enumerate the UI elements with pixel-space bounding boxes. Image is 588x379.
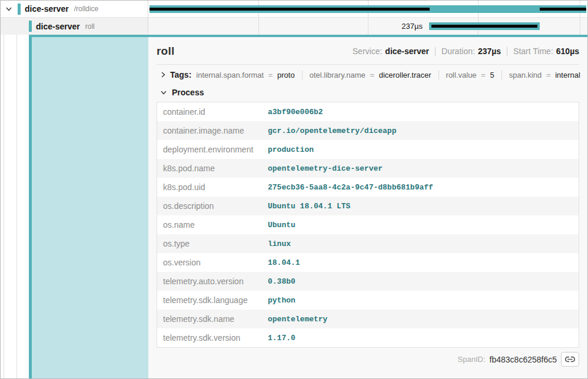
info-divider [435,47,436,56]
tag-key: otel.library.name [310,71,366,79]
selected-span-highlight [32,35,148,378]
span-row-roll-selected[interactable]: dice-server roll 237µs [1,18,587,35]
process-value: 18.04.1 [262,253,579,272]
tag-item[interactable]: span.kind = internal [501,71,587,79]
table-row: os.type linux [157,234,579,253]
process-key: k8s.pod.name [157,159,262,178]
service-value: dice-server [385,46,429,56]
indent-guide [16,35,17,378]
main-area: roll Service: dice-server Duration: 237µ… [1,35,587,378]
span-name-cell-roll[interactable]: dice-server roll [1,18,148,35]
span-operation-name: roll [85,22,95,31]
tag-item[interactable]: roll.value = 5 [438,71,501,79]
tag-value: proto [277,71,295,79]
collapse-chevron-icon[interactable] [5,6,12,12]
table-row: deployment.environment production [157,140,579,159]
process-value: 1.17.0 [262,328,579,347]
process-key: container.image.name [157,121,262,140]
span-duration-bar[interactable] [429,22,540,30]
span-timeline-roll[interactable]: 237µs [148,18,587,35]
process-key: telemetry.sdk.name [157,310,262,328]
span-service-name: dice-server [25,4,69,14]
start-time-value: 610µs [556,46,579,56]
tag-item[interactable]: internal.span.format = proto [195,71,301,79]
table-row: os.name Ubuntu [157,215,579,234]
tag-item[interactable]: otel.library.name = diceroller.tracer [302,71,438,79]
table-row: container.id a3bf90e006b2 [157,102,579,121]
process-key: k8s.pod.uid [157,178,262,197]
tag-equals-sign: = [546,71,551,79]
process-key: telemetry.sdk.version [157,328,262,347]
tag-equals-sign: = [481,71,486,79]
span-row-rolldice[interactable]: dice-server /rolldice [1,1,587,18]
tag-key: span.kind [509,71,542,79]
process-key: os.description [157,197,262,215]
service-label: Service: [353,46,383,56]
process-key: os.name [157,215,262,234]
table-row: telemetry.sdk.name opentelemetry [157,310,579,328]
process-key: os.version [157,253,262,272]
table-row: k8s.pod.uid 275ecb36-5aa8-4c2a-9c47-d8bb… [157,178,579,197]
indent-guide [4,35,4,378]
process-key: telemetry.sdk.language [157,291,262,310]
span-detail-footer: SpanID: fb483c8c6258f6c5 [157,348,579,372]
tag-key: internal.span.format [196,71,264,79]
chevron-right-icon[interactable] [160,71,166,78]
span-summary-info: Service: dice-server Duration: 237µs Sta… [353,46,579,56]
process-section-toggle[interactable]: Process [157,84,579,102]
process-value: 0.38b0 [262,272,579,291]
process-value: Ubuntu 18.04.1 LTS [262,197,579,215]
span-detail-panel: roll Service: dice-server Duration: 237µ… [148,35,587,378]
span-operation-name: /rolldice [74,5,98,13]
deep-link-button[interactable] [561,352,579,367]
table-row: container.image.name gcr.io/opentelemetr… [157,121,579,140]
process-value: opentelemetry [262,310,579,328]
process-value: linux [262,234,579,253]
span-self-time-bar [540,8,586,11]
tags-section-toggle[interactable]: Tags: internal.span.format = proto otel.… [157,65,579,84]
link-icon [565,356,575,363]
span-service-name: dice-server [36,22,80,31]
tag-value: diceroller.tracer [379,71,431,79]
process-value: production [262,140,579,159]
tag-equals-sign: = [268,71,273,79]
process-value: Ubuntu [262,215,579,234]
span-detail-header: roll Service: dice-server Duration: 237µ… [157,37,579,65]
process-key-value-table: container.id a3bf90e006b2 container.imag… [157,102,579,348]
table-row: telemetry.sdk.language python [157,291,579,310]
table-row: telemetry.auto.version 0.38b0 [157,272,579,291]
tag-value: 5 [490,71,494,79]
process-key: container.id [157,102,262,121]
table-row: os.description Ubuntu 18.04.1 LTS [157,197,579,215]
span-self-time-bar [431,25,537,28]
table-row: os.version 18.04.1 [157,253,579,272]
process-key: os.type [157,234,262,253]
process-value: python [262,291,579,310]
process-value: a3bf90e006b2 [262,102,579,121]
table-row: telemetry.sdk.version 1.17.0 [157,328,579,347]
table-row: k8s.pod.name opentelemetry-dice-server [157,159,579,178]
spanid-label: SpanID: [458,355,486,364]
duration-label: Duration: [441,46,475,56]
tag-value: internal [555,71,580,79]
span-tree-gutter [1,35,148,378]
tags-label: Tags: [170,70,191,79]
info-divider [507,47,507,56]
process-key: deployment.environment [157,140,262,159]
span-timeline-rolldice[interactable] [148,1,587,17]
span-color-chip [29,21,32,32]
duration-value: 237µs [478,46,501,56]
jaeger-trace-window: dice-server /rolldice dice-server roll 2… [0,0,588,379]
chevron-down-icon[interactable] [160,89,167,96]
process-key: telemetry.auto.version [157,272,262,291]
tag-key: roll.value [446,71,477,79]
tags-summary-list: internal.span.format = proto otel.librar… [195,71,587,79]
process-label: Process [172,88,204,97]
span-title: roll [157,45,174,58]
tag-equals-sign: = [370,71,374,79]
timeline-gridline [258,18,259,35]
span-name-cell-rolldice[interactable]: dice-server /rolldice [1,1,148,17]
process-value: opentelemetry-dice-server [262,159,579,178]
start-time-label: Start Time: [513,46,553,56]
timeline-gridline [368,18,368,35]
